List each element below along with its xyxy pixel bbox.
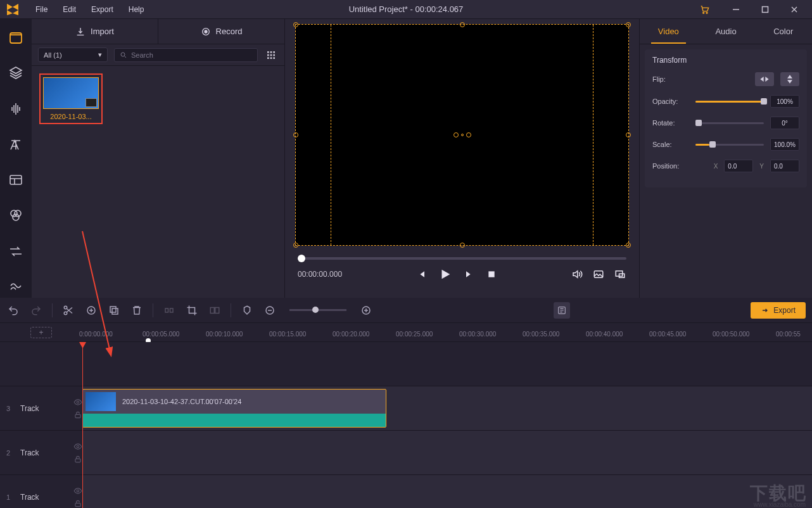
media-filter-select[interactable]: All (1) ▾	[38, 48, 108, 62]
svg-rect-34	[215, 307, 219, 313]
chevron-down-icon: ▾	[98, 51, 102, 59]
next-frame-button[interactable]	[462, 268, 475, 281]
play-button[interactable]	[438, 267, 452, 281]
add-track-button[interactable]: +	[30, 327, 52, 338]
opacity-value[interactable]: 100%	[770, 95, 799, 108]
properties-panel: Video Audio Color Transform Flip: Opacit…	[639, 19, 812, 298]
add-marker-button[interactable]	[84, 303, 98, 317]
zoom-in-button[interactable]	[359, 303, 373, 317]
handle-bottom-mid[interactable]	[460, 243, 465, 248]
menu-file[interactable]: File	[29, 3, 54, 16]
lock-icon[interactable]	[73, 410, 82, 419]
zoom-out-button[interactable]	[263, 303, 277, 317]
rail-elements-icon[interactable]	[4, 276, 27, 298]
track-2: 2 Track	[0, 431, 812, 475]
minimize-button[interactable]	[723, 0, 749, 19]
volume-button[interactable]	[571, 268, 583, 281]
tab-video[interactable]: Video	[640, 19, 697, 44]
undo-button[interactable]	[6, 303, 20, 317]
stop-button[interactable]	[485, 268, 498, 281]
maximize-button[interactable]	[752, 0, 778, 19]
handle-top-left[interactable]	[293, 22, 298, 27]
handle-mid-right[interactable]	[626, 132, 631, 137]
flip-vertical-button[interactable]	[780, 72, 799, 86]
timeline-clip[interactable]: 2020-11-03-10-42-37.CUT.00'07-00'24	[82, 389, 386, 428]
lock-icon[interactable]	[73, 499, 82, 508]
crop-button[interactable]	[185, 303, 199, 317]
handle-top-mid[interactable]	[460, 22, 465, 27]
grid-view-button[interactable]	[264, 48, 278, 62]
rail-layers-icon[interactable]	[4, 62, 27, 84]
delete-button[interactable]	[130, 303, 144, 317]
position-y-input[interactable]: 0.0	[770, 160, 799, 172]
handle-bottom-right[interactable]	[626, 243, 631, 248]
playback-time: 00:00:00.000	[298, 270, 342, 279]
ruler-tick: 0:00:00.000	[79, 331, 113, 338]
clip-filename: 2020-11-03-10-42-37.CUT.00'07-00'24	[122, 398, 241, 405]
handle-mid-left[interactable]	[293, 132, 298, 137]
tool-a[interactable]	[162, 303, 176, 317]
transform-section-title: Transform	[652, 56, 799, 65]
rail-audio-icon[interactable]	[4, 98, 27, 120]
flip-horizontal-button[interactable]	[755, 72, 774, 86]
rail-filters-icon[interactable]	[4, 205, 27, 226]
svg-point-8	[15, 210, 21, 217]
tab-color[interactable]: Color	[754, 19, 812, 44]
visibility-icon[interactable]	[73, 442, 82, 451]
menu-help[interactable]: Help	[122, 3, 151, 16]
scale-value[interactable]: 100.0%	[770, 138, 799, 151]
svg-rect-31	[165, 308, 168, 312]
export-button[interactable]: Export	[751, 302, 806, 319]
rotate-label: Rotate:	[652, 119, 689, 127]
track-num: 3	[6, 405, 14, 412]
opacity-slider[interactable]	[695, 101, 764, 103]
tool-b[interactable]	[208, 303, 222, 317]
svg-rect-20	[270, 57, 272, 59]
rail-text-icon[interactable]	[4, 134, 27, 155]
guide-right	[593, 25, 593, 245]
timeline-toolbar: Export	[0, 298, 812, 323]
record-label: Record	[216, 27, 243, 36]
rotate-slider[interactable]	[695, 122, 764, 124]
rail-transitions-icon[interactable]	[4, 241, 27, 262]
rail-template-icon[interactable]	[4, 169, 27, 191]
prev-frame-button[interactable]	[416, 268, 428, 281]
marker-tool[interactable]	[240, 303, 254, 317]
menu-edit[interactable]: Edit	[56, 3, 82, 16]
ruler[interactable]: + 0:00:00.00000:00:05.00000:00:10.00000:…	[0, 323, 812, 342]
visibility-icon[interactable]	[73, 486, 82, 495]
redo-button[interactable]	[29, 303, 43, 317]
settings-icon[interactable]	[554, 302, 570, 319]
scale-slider[interactable]	[695, 144, 764, 146]
scrub-knob[interactable]	[298, 255, 305, 262]
handle-bottom-left[interactable]	[293, 243, 298, 248]
split-button[interactable]	[61, 303, 75, 317]
search-input[interactable]: Search	[114, 48, 258, 62]
export-label: Export	[773, 306, 796, 315]
rail-media-icon[interactable]	[4, 27, 27, 48]
position-label: Position:	[652, 162, 689, 170]
playhead[interactable]	[82, 342, 83, 508]
fullscreen-button[interactable]	[614, 268, 626, 281]
tab-audio[interactable]: Audio	[697, 19, 755, 44]
duplicate-button[interactable]	[107, 303, 121, 317]
visibility-icon[interactable]	[73, 398, 82, 407]
menu-export[interactable]: Export	[85, 3, 120, 16]
zoom-slider[interactable]	[289, 309, 346, 311]
rotate-value[interactable]: 0°	[770, 117, 799, 129]
handle-top-right[interactable]	[626, 22, 631, 27]
media-clip[interactable]: 2020-11-03...	[39, 73, 103, 124]
import-button[interactable]: Import	[32, 19, 158, 44]
cart-icon[interactable]	[699, 4, 709, 15]
snapshot-button[interactable]	[592, 268, 605, 281]
lock-icon[interactable]	[73, 455, 82, 464]
close-button[interactable]	[782, 0, 807, 19]
track-1: 1 Track	[0, 475, 812, 508]
preview-canvas[interactable]	[295, 24, 629, 246]
scrub-bar[interactable]	[298, 257, 626, 260]
svg-rect-39	[75, 414, 80, 417]
opacity-label: Opacity:	[652, 98, 689, 105]
center-anchor-icon[interactable]	[454, 132, 471, 137]
record-button[interactable]: Record	[158, 19, 284, 44]
position-x-input[interactable]: 0.0	[724, 160, 753, 172]
